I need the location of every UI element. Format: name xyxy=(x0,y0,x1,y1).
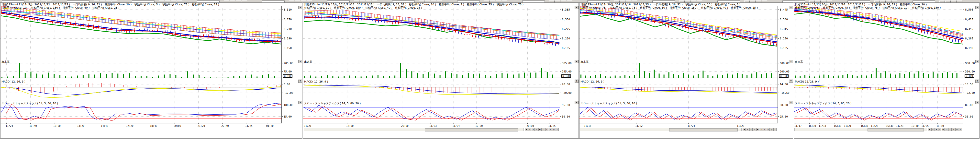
chart-tool-button[interactable]: ▶ xyxy=(538,128,542,131)
macd-axis-label: 10.50 xyxy=(965,83,973,86)
time-axis-label: 18:40 xyxy=(150,124,157,127)
chart-tool-button[interactable]: ▲ xyxy=(935,128,938,131)
section-collapse-button[interactable]: ▼ xyxy=(574,60,579,63)
chart-tool-button[interactable]: R xyxy=(952,128,955,131)
stoch-label: スロー・ストキャスティクス( 14, 3, 80, 20 ) xyxy=(304,102,361,105)
chart-tool-button[interactable]: ▲ xyxy=(531,128,535,131)
macd-axis-label: -15.50 xyxy=(780,91,789,94)
time-axis-label: 11/23 xyxy=(430,124,437,127)
section-collapse-button[interactable]: ▼ xyxy=(298,80,302,83)
chart-tool-button[interactable]: − xyxy=(938,128,941,131)
chart-tool-button[interactable]: ◀ xyxy=(743,128,746,131)
chart-tool-button[interactable]: @ xyxy=(552,128,555,131)
time-axis-label: 10:40 xyxy=(29,124,37,127)
stoch-label: スロー・ストキャスティクス( 14, 3, 80, 20 ) xyxy=(2,102,58,105)
stoch-axis-label: 100.00 xyxy=(284,104,293,107)
volume-axis-label: 145.00 xyxy=(562,70,572,73)
chart-tool-button[interactable]: L xyxy=(763,128,766,131)
chart-tool-button[interactable]: D xyxy=(760,128,763,131)
panel-title: 日経225mini 11/12( 15分, 2011/11/16 - 2011/… xyxy=(304,3,559,6)
chart-tool-button[interactable]: R xyxy=(549,128,552,131)
time-axis-label: 16:30 xyxy=(886,124,893,127)
section-collapse-button[interactable]: ▼ xyxy=(789,80,793,83)
price-axis-label: 8,345 xyxy=(965,27,973,30)
time-axis-label: 22:40 xyxy=(221,124,229,127)
stoch-d-line xyxy=(584,108,777,120)
time-axis-label: 11/25 xyxy=(921,124,929,127)
chart-tool-button[interactable]: ▶ xyxy=(942,128,945,131)
section-collapse-button[interactable]: ▼ xyxy=(574,6,579,9)
volume-multiplier-box: × 100 xyxy=(965,75,974,78)
time-axis-label: 20:00 xyxy=(174,124,181,127)
volume-axis-label: 75.00 xyxy=(284,70,292,73)
scrollbar-thumb[interactable] xyxy=(425,128,518,131)
ma-yellow-line xyxy=(1,8,281,34)
time-axis-label: 13:20 xyxy=(77,124,84,127)
time-axis-label: 16:30 xyxy=(937,124,944,127)
volume-label: 出来高 xyxy=(304,60,312,64)
chart-tool-button[interactable]: + xyxy=(528,128,531,131)
price-axis-label: 8,445 xyxy=(780,8,788,11)
chart-tool-button[interactable]: X xyxy=(555,128,559,131)
price-axis-label: 8,315 xyxy=(780,27,788,30)
time-axis-label: 11/22 xyxy=(635,124,643,127)
chart-horizontal-scrollbar[interactable] xyxy=(580,128,741,131)
chart-tool-button[interactable]: L xyxy=(948,128,951,131)
macd-histogram xyxy=(304,87,559,94)
volume-axis-label: 300.00 xyxy=(965,70,975,73)
price-axis-label: 8,385 xyxy=(562,8,570,11)
section-collapse-button[interactable]: ▼ xyxy=(975,60,979,63)
candle-bodies-down xyxy=(304,15,558,46)
chart-tool-button[interactable]: @ xyxy=(770,128,773,131)
chart-tool-button[interactable]: + xyxy=(746,128,749,131)
ma-red-line xyxy=(304,17,560,43)
chart-tool-button[interactable]: ◀ xyxy=(928,128,931,131)
section-collapse-button[interactable]: ▼ xyxy=(574,101,579,104)
section-collapse-button[interactable]: ▼ xyxy=(789,101,793,104)
ichimoku-span-b xyxy=(794,9,963,38)
macd-axis-label: 14.50 xyxy=(780,83,788,86)
section-collapse-button[interactable]: ▼ xyxy=(298,60,302,63)
section-collapse-button[interactable]: ▼ xyxy=(789,6,793,9)
volume-bars xyxy=(305,63,553,78)
time-axis-label: 11/22 xyxy=(871,124,878,127)
time-axis-label: 17:20 xyxy=(126,124,134,127)
section-collapse-button[interactable]: ▼ xyxy=(975,101,979,104)
chart-panels-container: 日経225mini 11/12( 5分, 2011/11/22 - 2011/1… xyxy=(0,2,980,142)
price-axis-label: 8,250 xyxy=(780,37,788,40)
chart-tool-button[interactable]: ▶ xyxy=(756,128,759,131)
chart-tool-button[interactable]: − xyxy=(535,128,538,131)
section-collapse-button[interactable]: ▼ xyxy=(298,101,302,104)
chart-tool-button[interactable]: D xyxy=(945,128,948,131)
section-collapse-button[interactable]: ▼ xyxy=(298,6,302,9)
chart-tool-button[interactable]: ▲ xyxy=(749,128,752,131)
section-collapse-button[interactable]: ▼ xyxy=(789,60,793,63)
time-axis-label: 11/25 xyxy=(548,124,555,127)
macd-signal-line xyxy=(1,88,281,95)
chart-tool-button[interactable]: − xyxy=(753,128,756,131)
section-collapse-button[interactable]: ▼ xyxy=(975,80,979,83)
price-axis-label: 8,425 xyxy=(965,18,973,21)
chart-tool-button[interactable]: L xyxy=(545,128,549,131)
chart-tool-button[interactable]: R xyxy=(767,128,770,131)
chart-tool-button[interactable]: ◀ xyxy=(525,128,528,131)
chart-horizontal-scrollbar[interactable] xyxy=(304,128,524,131)
stoch-axis-label: 25.00 xyxy=(780,115,788,118)
chart-tool-button[interactable]: D xyxy=(542,128,545,131)
chart-tool-button[interactable]: X xyxy=(959,128,962,131)
section-collapse-button[interactable]: ▼ xyxy=(975,6,979,9)
stoch-label: スロー・ストキャスティクス( 14, 3, 80, 20 ) xyxy=(581,102,637,105)
scrollbar-thumb[interactable] xyxy=(867,128,924,131)
chart-tool-button[interactable]: @ xyxy=(955,128,958,131)
panel-title: 日経225mini 11/12( 5分, 2011/11/22 - 2011/1… xyxy=(2,3,281,6)
stoch-axis-label: 35.00 xyxy=(284,115,292,118)
price-axis-label: 8,505 xyxy=(965,8,973,11)
volume-label: 出来高 xyxy=(581,60,589,64)
chart-horizontal-scrollbar[interactable] xyxy=(794,128,927,131)
section-collapse-button[interactable]: ▼ xyxy=(574,80,579,83)
macd-axis-label: -20.00 xyxy=(562,91,572,94)
chart-tool-button[interactable]: + xyxy=(931,128,934,131)
stoch-axis-label: 30.00 xyxy=(965,115,973,118)
scrollbar-thumb[interactable] xyxy=(669,128,738,131)
chart-tool-button[interactable]: X xyxy=(773,128,776,131)
